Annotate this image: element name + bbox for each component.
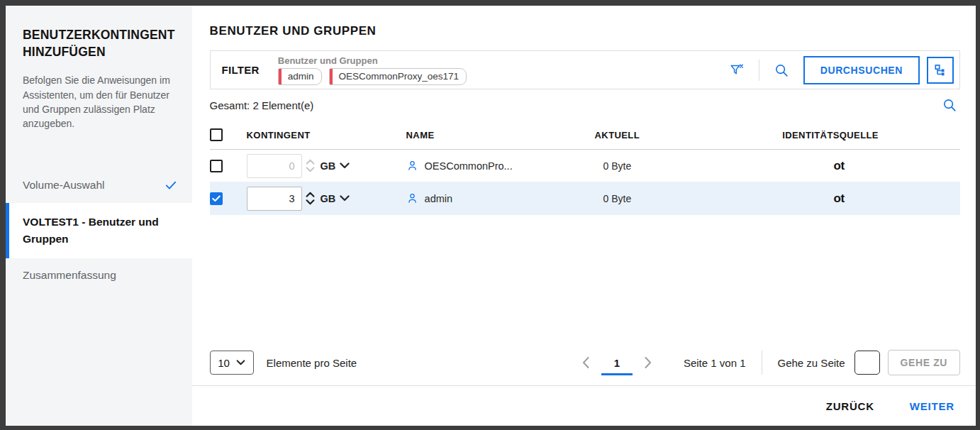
step-label: Volume-Auswahl bbox=[23, 179, 164, 192]
filter-field-label: Benutzer und Gruppen bbox=[278, 55, 467, 66]
identity-source-logo: ot bbox=[834, 159, 845, 172]
page-info-label: Seite 1 von 1 bbox=[684, 357, 746, 369]
filter-chip-admin[interactable]: admin bbox=[278, 68, 322, 85]
quota-cell: GB bbox=[247, 154, 406, 178]
filter-field: Benutzer und Gruppen admin OESCommonProx… bbox=[278, 55, 467, 85]
page-title: BENUTZER UND GRUPPEN bbox=[210, 24, 960, 38]
table-row-oescommonproxy: GB OESCommonPro... 0 Byte ot bbox=[210, 150, 960, 182]
identity-source-cell: ot bbox=[774, 192, 905, 206]
chip-label: admin bbox=[288, 71, 314, 82]
wizard-sidebar-header: BENUTZERKONTINGENT HINZUFÜGEN Befolgen S… bbox=[6, 6, 192, 131]
current-page-number: 1 bbox=[614, 357, 620, 369]
step-label: VOLTEST1 - Benutzer und Gruppen bbox=[23, 214, 178, 248]
page-size-select[interactable]: 10 bbox=[210, 351, 254, 375]
select-all-checkbox[interactable] bbox=[210, 128, 223, 141]
durchsuchen-button[interactable]: DURCHSUCHEN bbox=[803, 56, 920, 84]
goto-page-button[interactable]: GEHE ZU bbox=[888, 350, 960, 375]
pagination-bar: 10 Elemente pro Seite 1 bbox=[192, 346, 976, 386]
screen-frame: BENUTZERKONTINGENT HINZUFÜGEN Befolgen S… bbox=[0, 0, 980, 430]
users-groups-table: KONTINGENT NAME AKTUELL IDENTITÄTSQUELLE bbox=[210, 121, 960, 215]
clear-filter-icon[interactable] bbox=[726, 60, 747, 81]
wizard-steps: Volume-Auswahl VOLTEST1 - Benutzer und G… bbox=[6, 167, 192, 292]
filter-chips: admin OESCommonProxy_oes171 bbox=[278, 68, 467, 85]
unit-label: GB bbox=[321, 160, 336, 172]
header-quota: KONTINGENT bbox=[247, 130, 406, 140]
stepper-up-icon[interactable] bbox=[306, 159, 315, 165]
quota-stepper bbox=[306, 192, 315, 205]
goto-page-input[interactable] bbox=[854, 351, 880, 375]
row-checkbox-cell bbox=[210, 160, 247, 172]
table-row-admin: GB admin 0 Byte ot bbox=[210, 182, 960, 215]
identity-source-logo: ot bbox=[834, 192, 845, 205]
quota-stepper bbox=[306, 159, 315, 172]
unit-dropdown[interactable]: GB bbox=[321, 160, 350, 172]
row-checkbox[interactable] bbox=[210, 192, 223, 205]
browse-tree-icon[interactable] bbox=[927, 57, 954, 84]
stepper-up-icon[interactable] bbox=[306, 192, 315, 197]
name-cell: OESCommonPro... bbox=[406, 160, 595, 172]
current-page-underline bbox=[601, 373, 633, 375]
stepper-down-icon[interactable] bbox=[306, 167, 315, 172]
step-label: Zusammenfassung bbox=[23, 269, 178, 282]
chevron-down-icon bbox=[340, 195, 350, 202]
row-checkbox[interactable] bbox=[210, 160, 223, 172]
quota-input[interactable] bbox=[247, 187, 302, 211]
summary-row: Gesamt: 2 Element(e) bbox=[210, 89, 960, 121]
step-done-check-icon bbox=[164, 178, 178, 192]
name-cell: admin bbox=[406, 192, 595, 204]
user-icon bbox=[406, 160, 418, 172]
step-benutzer-und-gruppen[interactable]: VOLTEST1 - Benutzer und Gruppen bbox=[6, 203, 192, 258]
step-volume-auswahl[interactable]: Volume-Auswahl bbox=[6, 167, 192, 203]
current-page-indicator[interactable]: 1 bbox=[601, 357, 633, 375]
chip-accent-bar bbox=[330, 69, 333, 84]
filter-bar: FILTER Benutzer und Gruppen admin OESCom… bbox=[210, 50, 960, 89]
next-page-icon[interactable] bbox=[638, 353, 658, 372]
header-identity-source: IDENTITÄTSQUELLE bbox=[765, 130, 896, 140]
goto-page-label: Gehe zu Seite bbox=[778, 357, 845, 369]
next-button[interactable]: WEITER bbox=[908, 396, 956, 417]
current-usage: 0 Byte bbox=[595, 193, 774, 204]
chevron-down-icon bbox=[340, 162, 350, 169]
chevron-down-icon bbox=[236, 360, 245, 365]
identity-source-cell: ot bbox=[774, 159, 905, 173]
header-name: NAME bbox=[406, 130, 595, 140]
filter-actions: DURCHSUCHEN bbox=[726, 56, 959, 84]
search-icon[interactable] bbox=[771, 60, 792, 81]
filter-chip-oescommonproxy[interactable]: OESCommonProxy_oes171 bbox=[329, 68, 467, 85]
unit-label: GB bbox=[321, 193, 336, 204]
quota-cell: GB bbox=[247, 187, 406, 211]
page-size-value: 10 bbox=[218, 357, 230, 369]
empty-space bbox=[192, 215, 976, 346]
chip-accent-bar bbox=[279, 69, 282, 84]
stepper-down-icon[interactable] bbox=[306, 199, 315, 205]
wizard-footer: ZURÜCK WEITER bbox=[192, 386, 976, 426]
user-name: OESCommonPro... bbox=[425, 160, 513, 172]
vertical-divider bbox=[759, 60, 759, 81]
current-usage: 0 Byte bbox=[595, 160, 774, 172]
user-name: admin bbox=[425, 193, 453, 204]
wizard-sidebar: BENUTZERKONTINGENT HINZUFÜGEN Befolgen S… bbox=[6, 6, 192, 426]
row-checkbox-cell bbox=[210, 192, 247, 205]
step-zusammenfassung[interactable]: Zusammenfassung bbox=[6, 258, 192, 292]
wizard-title: BENUTZERKONTINGENT HINZUFÜGEN bbox=[23, 27, 175, 60]
quota-input[interactable] bbox=[247, 154, 302, 178]
user-icon bbox=[406, 192, 418, 204]
items-per-page-label: Elemente pro Seite bbox=[267, 357, 357, 369]
back-button[interactable]: ZURÜCK bbox=[825, 396, 876, 417]
table-header-row: KONTINGENT NAME AKTUELL IDENTITÄTSQUELLE bbox=[210, 121, 960, 150]
filter-label: FILTER bbox=[222, 64, 260, 76]
unit-dropdown[interactable]: GB bbox=[321, 193, 350, 204]
header-checkbox-cell bbox=[210, 128, 247, 141]
pagination-controls: 1 Seite 1 von 1 Gehe zu Seite GEHE ZU bbox=[576, 350, 960, 375]
chip-label: OESCommonProxy_oes171 bbox=[339, 71, 460, 82]
header-current: AKTUELL bbox=[595, 130, 765, 140]
table-search-icon[interactable] bbox=[939, 94, 960, 116]
main-content: BENUTZER UND GRUPPEN FILTER Benutzer und… bbox=[192, 6, 976, 426]
total-count-label: Gesamt: 2 Element(e) bbox=[210, 99, 314, 111]
wizard-description: Befolgen Sie die Anweisungen im Assisten… bbox=[23, 73, 175, 131]
add-user-quota-wizard: BENUTZERKONTINGENT HINZUFÜGEN Befolgen S… bbox=[6, 6, 976, 426]
previous-page-icon[interactable] bbox=[576, 353, 596, 372]
vertical-divider bbox=[762, 351, 762, 375]
